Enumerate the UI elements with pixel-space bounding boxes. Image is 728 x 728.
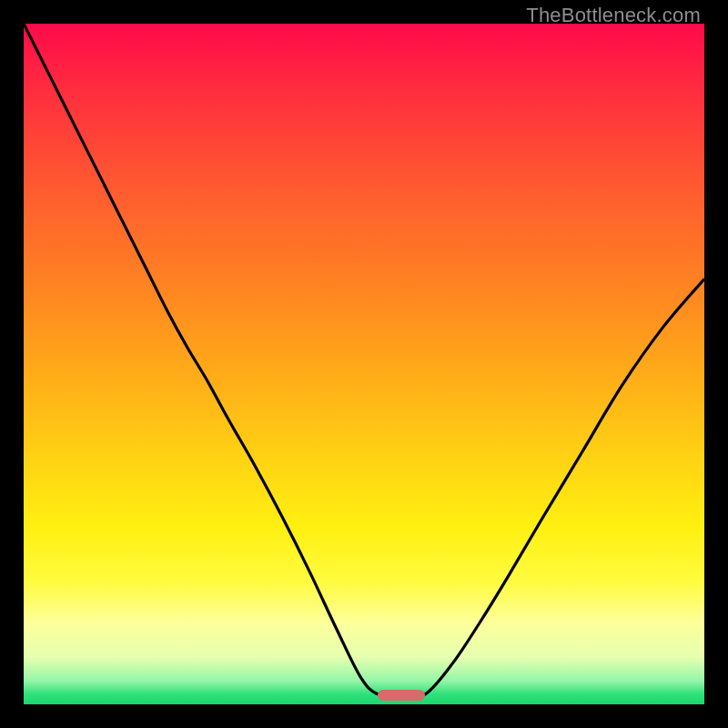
- bottleneck-curve: [24, 24, 704, 704]
- minimum-marker: [378, 690, 425, 701]
- plot-area: [24, 24, 704, 704]
- chart-frame: TheBottleneck.com: [0, 0, 728, 728]
